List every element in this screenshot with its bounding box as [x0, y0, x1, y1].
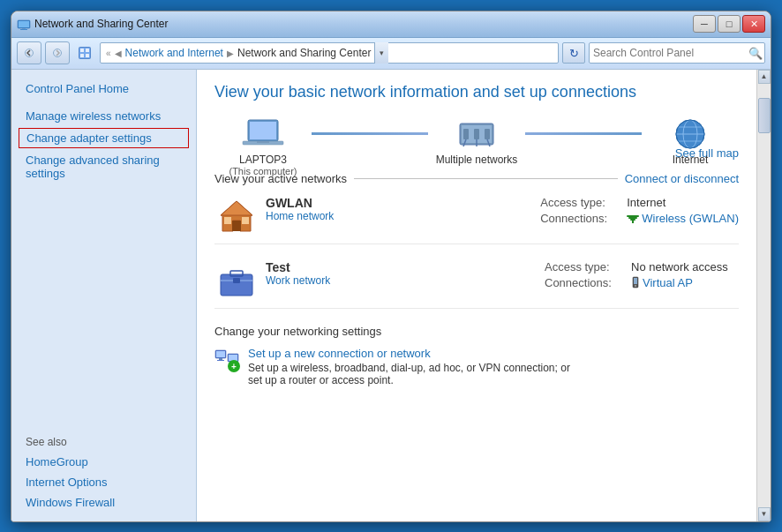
gwlan-type[interactable]: Home network: [266, 210, 540, 222]
node-switch-label: Multiple networks: [436, 154, 518, 166]
test-connections-value-container: Virtual AP: [631, 276, 693, 289]
svg-rect-31: [232, 221, 241, 231]
node-laptop-label: LAPTOP3: [239, 154, 287, 166]
svg-point-5: [54, 49, 62, 57]
window-icon: [17, 17, 31, 31]
sidebar-item-manage-wireless[interactable]: Manage wireless networks: [11, 106, 196, 126]
test-access-value: No network access: [631, 260, 728, 273]
gwlan-name: GWLAN: [266, 196, 540, 210]
test-type[interactable]: Work network: [266, 274, 545, 287]
maximize-button[interactable]: □: [718, 15, 741, 33]
breadcrumb-dropdown[interactable]: ▾: [374, 42, 388, 64]
svg-rect-11: [86, 54, 89, 57]
wifi-icon: [627, 213, 639, 223]
gwlan-access-value: Internet: [627, 196, 665, 209]
test-name: Test: [266, 260, 545, 274]
test-connection-link[interactable]: Virtual AP: [643, 276, 693, 289]
svg-rect-34: [242, 217, 249, 224]
new-connection-link[interactable]: Set up a new connection or network: [248, 347, 570, 360]
sidebar-item-windows-firewall[interactable]: Windows Firewall: [11, 492, 196, 513]
gwlan-access-label: Access type:: [540, 196, 620, 209]
globe-icon: [668, 116, 712, 152]
svg-rect-48: [219, 358, 222, 360]
svg-rect-8: [80, 49, 84, 52]
sidebar-item-change-advanced[interactable]: Change advanced sharingsettings: [26, 150, 196, 184]
svg-rect-37: [628, 217, 637, 219]
breadcrumb-arrow: «: [106, 49, 111, 58]
window-title: Network and Sharing Center: [34, 18, 168, 30]
svg-rect-44: [634, 278, 637, 284]
new-connection-text: Set up a new connection or network Set u…: [248, 347, 570, 386]
test-details: Access type: No network access Connectio…: [545, 260, 739, 292]
node-laptop-sublabel: (This computer): [229, 166, 297, 176]
main-window: Network and Sharing Center ─ □ ✕: [11, 11, 771, 522]
new-connection-item: + Set up a new connection or network Set…: [214, 347, 739, 386]
sidebar-item-homegroup[interactable]: HomeGroup: [11, 452, 196, 472]
svg-rect-38: [627, 215, 639, 217]
gwlan-details: Access type: Internet Connections:: [540, 196, 739, 228]
gwlan-connections-label: Connections:: [540, 212, 620, 225]
svg-point-45: [635, 285, 636, 287]
new-connection-desc: Set up a wireless, broadband, dial-up, a…: [248, 362, 570, 386]
search-icon: 🔍: [748, 47, 761, 59]
test-info: Test Work network: [266, 260, 545, 287]
svg-rect-47: [216, 351, 225, 357]
refresh-button[interactable]: ↻: [562, 42, 585, 64]
svg-rect-13: [250, 122, 276, 139]
close-button[interactable]: ✕: [742, 15, 765, 33]
scroll-down[interactable]: ▼: [758, 507, 771, 521]
svg-rect-49: [217, 360, 224, 361]
svg-marker-32: [221, 201, 252, 215]
network-node-internet: Internet: [642, 116, 739, 166]
forward-button[interactable]: [45, 41, 70, 64]
svg-rect-33: [224, 217, 231, 224]
gwlan-connections-value-container: Wireless (GWLAN): [627, 212, 739, 225]
back-button[interactable]: [17, 41, 41, 64]
network-item-test: Test Work network Access type: No networ…: [214, 260, 739, 309]
search-bar: 🔍: [589, 42, 765, 64]
network-item-gwlan: GWLAN Home network Access type: Internet…: [214, 196, 739, 244]
title-buttons: ─ □ ✕: [693, 15, 765, 33]
virtual-ap-icon: [631, 276, 640, 288]
svg-rect-39: [221, 274, 252, 296]
svg-rect-15: [257, 141, 269, 143]
svg-rect-42: [233, 278, 240, 283]
test-access-row: Access type: No network access: [545, 260, 739, 273]
svg-rect-3: [20, 29, 27, 30]
title-bar: Network and Sharing Center ─ □ ✕: [11, 11, 771, 38]
sidebar-item-control-panel-home[interactable]: Control Panel Home: [11, 79, 196, 99]
sidebar-item-change-adapter[interactable]: Change adapter settings: [19, 128, 189, 148]
networking-settings-section: Change your networking settings: [214, 325, 739, 386]
breadcrumb-current: Network and Sharing Center: [237, 47, 371, 59]
gwlan-connection-link[interactable]: Wireless (GWLAN): [642, 212, 739, 225]
gwlan-connections-row: Connections: Wireless (GWLAN): [540, 212, 739, 225]
scroll-up[interactable]: ▲: [758, 70, 771, 84]
main-area: Control Panel Home Manage wireless netwo…: [11, 70, 771, 521]
scroll-thumb[interactable]: [758, 98, 771, 133]
svg-rect-9: [86, 49, 89, 52]
svg-rect-36: [630, 219, 635, 221]
test-connections-label: Connections:: [545, 276, 624, 289]
title-bar-left: Network and Sharing Center: [17, 17, 168, 31]
switch-icon: [455, 116, 499, 152]
svg-rect-35: [632, 221, 634, 223]
page-title: View your basic network information and …: [214, 82, 739, 102]
breadcrumb-bar: « ◀ Network and Internet ▶ Network and S…: [100, 42, 559, 64]
network-line-1: [312, 132, 428, 135]
network-nodes: LAPTOP3 (This computer): [214, 116, 739, 176]
svg-text:+: +: [231, 362, 237, 371]
svg-rect-10: [80, 54, 84, 57]
breadcrumb-sep2: ▶: [227, 49, 234, 58]
minimize-button[interactable]: ─: [693, 15, 716, 33]
see-also-title: See also: [11, 423, 196, 452]
content-area: View your basic network information and …: [197, 70, 756, 521]
breadcrumb-network-internet[interactable]: Network and Internet: [125, 47, 223, 59]
network-map: LAPTOP3 (This computer): [214, 116, 739, 176]
scrollbar: ▲ ▼: [756, 70, 771, 521]
forward-icon: [53, 49, 62, 57]
test-icon: [214, 260, 259, 299]
search-input[interactable]: [593, 47, 748, 59]
gwlan-icon: [214, 196, 259, 235]
sidebar-item-internet-options[interactable]: Internet Options: [11, 472, 196, 492]
node-internet-label: Internet: [673, 154, 709, 166]
